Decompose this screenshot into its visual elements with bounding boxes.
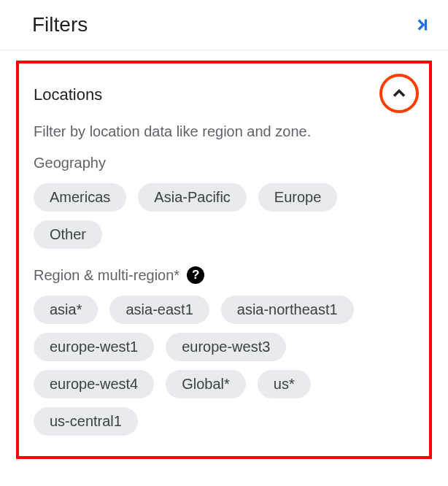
chip-europe-west4[interactable]: europe-west4 <box>34 370 154 398</box>
chip-us[interactable]: us* <box>258 370 311 398</box>
locations-description: Filter by location data like region and … <box>34 123 414 140</box>
chip-other[interactable]: Other <box>34 220 102 249</box>
chip-europe-west1[interactable]: europe-west1 <box>34 333 154 361</box>
chip-europe-west3[interactable]: europe-west3 <box>166 333 286 361</box>
geography-chips: Americas Asia-Pacific Europe Other <box>34 183 414 249</box>
chip-asia-pacific[interactable]: Asia-Pacific <box>138 183 246 212</box>
geography-label: Geography <box>34 155 414 171</box>
chip-europe[interactable]: Europe <box>258 183 338 212</box>
region-chips: asia* asia-east1 asia-northeast1 europe-… <box>34 296 414 436</box>
filters-header: Filters <box>0 0 448 50</box>
locations-title: Locations <box>34 85 102 104</box>
chip-asia[interactable]: asia* <box>34 296 98 324</box>
collapse-section-button[interactable] <box>379 74 419 113</box>
help-icon[interactable]: ? <box>187 266 204 284</box>
region-label: Region & multi-region* ? <box>34 266 414 284</box>
collapse-panel-icon[interactable] <box>412 15 430 34</box>
chip-asia-northeast1[interactable]: asia-northeast1 <box>221 296 354 324</box>
chip-us-central1[interactable]: us-central1 <box>34 407 138 436</box>
chip-americas[interactable]: Americas <box>34 183 126 212</box>
locations-section-header: Locations <box>34 77 414 113</box>
chip-global[interactable]: Global* <box>166 370 246 398</box>
locations-panel: Locations Filter by location data like r… <box>16 61 432 459</box>
chevron-up-icon <box>389 83 409 104</box>
chip-asia-east1[interactable]: asia-east1 <box>109 296 209 324</box>
page-title: Filters <box>32 13 88 36</box>
